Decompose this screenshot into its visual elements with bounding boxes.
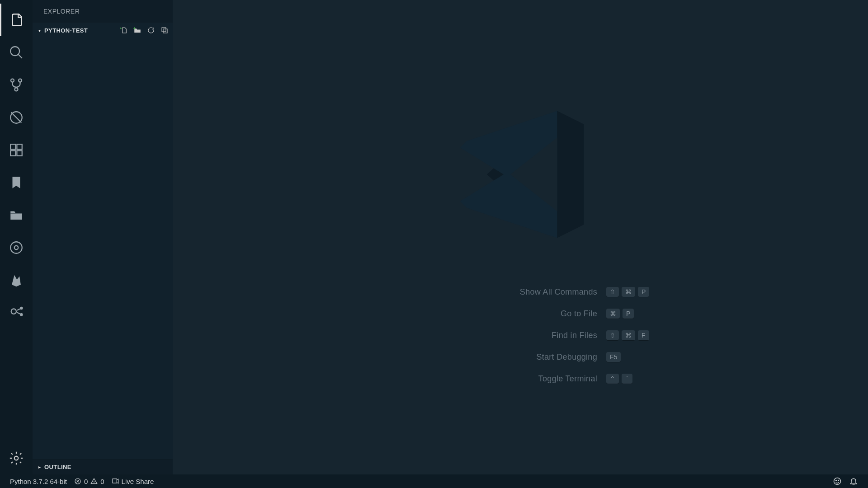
firebase-icon xyxy=(9,272,24,288)
outline-header[interactable]: ▸ OUTLINE xyxy=(33,459,173,474)
new-folder-button[interactable] xyxy=(133,26,142,35)
activity-settings[interactable] xyxy=(0,442,33,474)
files-icon xyxy=(9,12,24,28)
gear-icon xyxy=(9,450,24,466)
outline-label: OUTLINE xyxy=(44,464,71,470)
key: ⇧ xyxy=(606,287,619,297)
vscode-logo xyxy=(437,91,604,260)
status-problems[interactable]: 0 0 xyxy=(71,474,108,488)
cmd-find-in-files: Find in Files ⇧ ⌘ F xyxy=(362,330,679,340)
cmd-label: Go to File xyxy=(362,309,597,319)
editor-empty-state: Show All Commands ⇧ ⌘ P Go to File ⌘ P F xyxy=(173,0,868,474)
welcome-commands: Show All Commands ⇧ ⌘ P Go to File ⌘ P F xyxy=(362,287,679,384)
cmd-show-all-commands: Show All Commands ⇧ ⌘ P xyxy=(362,287,679,297)
svg-point-16 xyxy=(14,456,19,460)
svg-rect-18 xyxy=(163,29,167,33)
new-file-button[interactable] xyxy=(119,26,128,35)
activity-git-graph[interactable] xyxy=(0,231,33,264)
cmd-keys: ⌘ P xyxy=(606,309,679,319)
activity-project-manager[interactable] xyxy=(0,199,33,231)
key: ⌘ xyxy=(622,287,635,297)
chevron-right-icon: ▸ xyxy=(36,465,42,469)
svg-rect-8 xyxy=(17,144,22,149)
cmd-keys: ⌃ ` xyxy=(606,374,679,384)
refresh-button[interactable] xyxy=(146,26,156,35)
key: F xyxy=(638,330,649,340)
live-share-icon xyxy=(9,305,24,320)
smiley-icon xyxy=(833,477,842,486)
svg-point-27 xyxy=(838,480,839,481)
folder-name: PYTHON-TEST xyxy=(44,27,88,34)
svg-point-15 xyxy=(20,314,22,315)
svg-point-26 xyxy=(836,480,837,481)
svg-point-0 xyxy=(10,47,19,56)
key: P xyxy=(638,287,649,297)
warning-icon xyxy=(90,478,98,485)
svg-point-11 xyxy=(10,242,22,253)
new-folder-icon xyxy=(133,26,142,34)
svg-point-23 xyxy=(94,483,94,483)
key: ⌘ xyxy=(622,330,635,340)
svg-rect-9 xyxy=(10,150,15,155)
cmd-go-to-file: Go to File ⌘ P xyxy=(362,309,679,319)
search-icon xyxy=(9,45,24,60)
cmd-label: Start Debugging xyxy=(362,352,597,362)
cmd-keys: F5 xyxy=(606,352,679,362)
activity-bookmarks[interactable] xyxy=(0,166,33,199)
key: F5 xyxy=(606,352,621,362)
cmd-keys: ⇧ ⌘ P xyxy=(606,287,679,297)
activity-search[interactable] xyxy=(0,36,33,69)
new-file-icon xyxy=(120,26,128,34)
key: ` xyxy=(622,374,632,384)
broadcast-icon xyxy=(112,478,119,485)
git-branch-icon xyxy=(9,77,24,93)
svg-rect-17 xyxy=(162,28,166,32)
key: ⇧ xyxy=(606,330,619,340)
error-icon xyxy=(74,478,81,485)
status-notifications[interactable] xyxy=(845,477,862,486)
activity-firebase[interactable] xyxy=(0,264,33,296)
svg-point-25 xyxy=(834,478,841,485)
svg-rect-10 xyxy=(17,150,22,155)
activity-debug[interactable] xyxy=(0,101,33,134)
cmd-label: Find in Files xyxy=(362,331,597,340)
activity-bar xyxy=(0,0,33,474)
file-tree[interactable] xyxy=(33,38,173,459)
collapse-all-button[interactable] xyxy=(160,26,169,35)
svg-point-2 xyxy=(11,79,14,82)
sidebar-title: EXPLORER xyxy=(33,0,173,23)
live-share-label: Live Share xyxy=(122,478,154,485)
sidebar: EXPLORER ▾ PYTHON-TEST xyxy=(33,0,173,474)
svg-point-4 xyxy=(14,88,18,91)
activity-live-share[interactable] xyxy=(0,296,33,329)
cmd-label: Show All Commands xyxy=(362,287,597,297)
cmd-keys: ⇧ ⌘ F xyxy=(606,330,679,340)
status-live-share[interactable]: Live Share xyxy=(108,474,158,488)
key: ⌘ xyxy=(606,309,620,319)
svg-point-12 xyxy=(14,246,19,250)
extensions-icon xyxy=(9,142,24,158)
bug-icon xyxy=(9,110,24,125)
error-count: 0 xyxy=(84,478,88,485)
key: P xyxy=(623,309,634,319)
cmd-start-debugging: Start Debugging F5 xyxy=(362,352,679,362)
svg-rect-24 xyxy=(113,479,117,483)
activity-source-control[interactable] xyxy=(0,69,33,101)
python-version: Python 3.7.2 64-bit xyxy=(10,478,67,485)
activity-explorer[interactable] xyxy=(0,4,33,36)
svg-line-6 xyxy=(11,113,22,123)
collapse-icon xyxy=(160,26,169,34)
status-python[interactable]: Python 3.7.2 64-bit xyxy=(6,474,71,488)
activity-extensions[interactable] xyxy=(0,134,33,166)
key: ⌃ xyxy=(606,374,619,384)
refresh-icon xyxy=(147,26,155,34)
folder-header[interactable]: ▾ PYTHON-TEST xyxy=(33,23,173,38)
svg-point-14 xyxy=(20,307,22,309)
status-feedback[interactable] xyxy=(829,477,845,486)
svg-line-1 xyxy=(18,54,22,58)
svg-rect-7 xyxy=(10,144,15,149)
svg-point-3 xyxy=(19,79,22,82)
cmd-label: Toggle Terminal xyxy=(362,374,597,384)
folder-actions xyxy=(119,26,169,35)
chevron-down-icon: ▾ xyxy=(36,28,42,33)
